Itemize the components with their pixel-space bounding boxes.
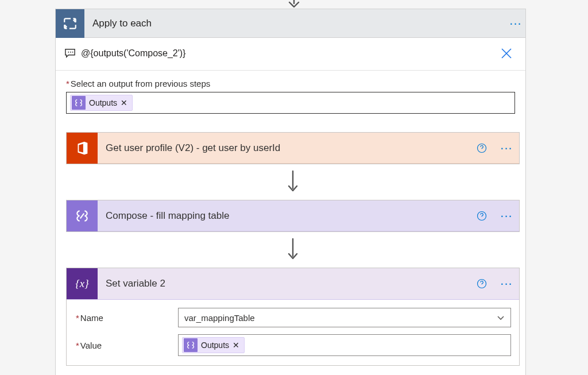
get-user-profile-card: Get user profile (V2) - get user by user… [66,132,520,164]
action-more-button[interactable]: ··· [494,141,519,156]
variable-name-value: var_mappingTable [184,313,255,323]
token-label: Outputs [201,341,229,350]
office-icon [67,133,98,164]
from-field-input[interactable]: Outputs ✕ [66,92,515,114]
from-field-label: *Select an output from previous steps [56,71,525,92]
compose-icon [67,200,98,231]
data-ops-icon [184,338,198,352]
apply-to-each-title: Apply to each [84,18,506,29]
peek-code-row: @{outputs('Compose_2')} [56,38,525,64]
help-icon[interactable] [477,279,494,289]
svg-point-0 [68,52,69,53]
get-user-profile-header[interactable]: Get user profile (V2) - get user by user… [67,133,519,164]
inner-actions: Get user profile (V2) - get user by user… [56,122,525,375]
apply-to-each-header[interactable]: Apply to each ··· [56,9,525,38]
set-variable-title: Set variable 2 [98,278,477,289]
flow-arrow-icon [66,238,520,262]
compose-header[interactable]: Compose - fill mapping table ··· [67,200,519,231]
close-peek-button[interactable] [498,47,515,60]
svg-text:{x}: {x} [75,277,89,289]
set-variable-header[interactable]: {x} Set variable 2 ··· [67,268,519,299]
outputs-token[interactable]: Outputs ✕ [182,337,245,353]
variable-icon: {x} [67,268,98,299]
action-more-button[interactable]: ··· [494,276,519,291]
token-label: Outputs [89,98,117,107]
flow-arrow-incoming [287,0,301,9]
comment-icon [64,48,76,59]
loop-icon [56,9,84,38]
apply-to-each-more-button[interactable]: ··· [506,16,525,31]
compose-card: Compose - fill mapping table ··· [66,200,520,232]
set-variable-card: {x} Set variable 2 ··· *Name var_mapping… [66,268,520,366]
variable-name-select[interactable]: var_mappingTable [178,308,511,327]
variable-value-input[interactable]: Outputs ✕ [178,334,511,356]
svg-point-2 [72,52,74,53]
chevron-down-icon [497,314,505,322]
peek-expression: @{outputs('Compose_2')} [81,48,498,59]
get-user-profile-title: Get user profile (V2) - get user by user… [98,142,477,154]
token-remove-button[interactable]: ✕ [121,98,127,107]
token-remove-button[interactable]: ✕ [233,341,239,350]
set-variable-body: *Name var_mappingTable *Value [67,299,519,365]
action-more-button[interactable]: ··· [494,208,519,223]
help-icon[interactable] [477,143,494,153]
name-label: *Name [75,313,178,323]
compose-title: Compose - fill mapping table [98,210,477,222]
data-ops-icon [72,96,86,110]
outputs-token[interactable]: Outputs ✕ [70,95,133,111]
svg-point-1 [70,52,71,53]
value-label: *Value [75,341,178,350]
help-icon[interactable] [477,211,494,221]
apply-to-each-card: Apply to each ··· @{outputs('Compose_2')… [55,9,526,375]
flow-arrow-icon [66,170,520,194]
